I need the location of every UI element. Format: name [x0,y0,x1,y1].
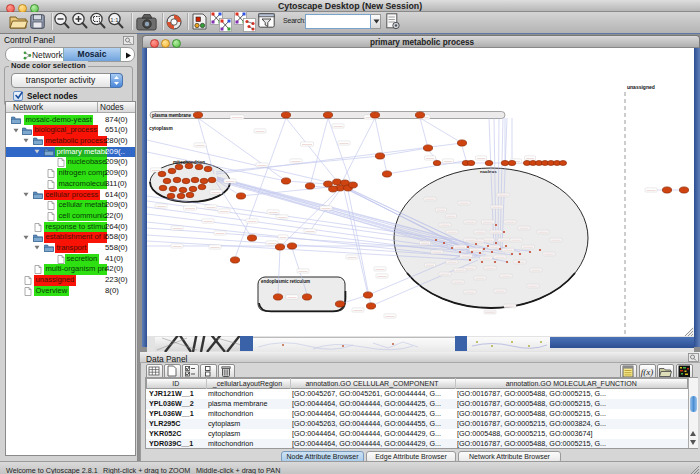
svg-text:unassigned: unassigned [627,84,655,90]
svg-text:cytoplasm: cytoplasm [149,126,173,131]
svg-text:1:1: 1:1 [110,17,119,23]
svg-text:f(x): f(x) [640,367,653,377]
svg-text:plasma membrane: plasma membrane [152,113,191,118]
